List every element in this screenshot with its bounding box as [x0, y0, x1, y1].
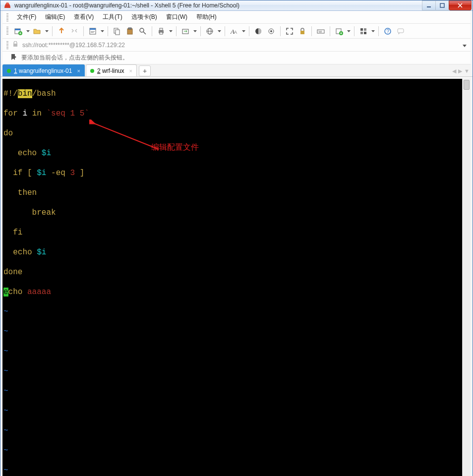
terminal-container: #!/bin/bash for i in `seq 1 5` do echo $…: [0, 77, 473, 476]
open-folder-icon[interactable]: [31, 25, 43, 37]
print-icon[interactable]: [155, 25, 167, 37]
minimize-button[interactable]: [422, 0, 436, 10]
new-tab-icon[interactable]: [333, 25, 345, 37]
grip-icon: [6, 41, 8, 49]
copy-icon[interactable]: [111, 25, 123, 37]
tab-list-icon[interactable]: ▼: [464, 68, 470, 74]
paste-icon[interactable]: [124, 25, 136, 37]
menu-tools[interactable]: 工具(T): [99, 11, 125, 23]
dropdown-icon[interactable]: [241, 30, 246, 32]
feedback-icon[interactable]: [395, 25, 407, 37]
address-text[interactable]: ssh://root:*********@192.168.57.129:22: [22, 42, 459, 49]
dropdown-icon[interactable]: [44, 30, 49, 32]
svg-rect-41: [398, 29, 404, 33]
menu-edit[interactable]: 编辑(E): [42, 11, 68, 23]
transfer-icon[interactable]: [179, 25, 191, 37]
menu-window[interactable]: 窗口(W): [163, 11, 191, 23]
window-title: wangruifenglinux-01 - root@wangruifeng-0…: [14, 2, 422, 9]
disconnect-icon[interactable]: [68, 25, 80, 37]
svg-rect-9: [91, 32, 94, 33]
keyboard-icon[interactable]: [315, 25, 327, 37]
svg-rect-32: [319, 32, 322, 32]
toolbar: AA ?: [2, 24, 471, 39]
highlight-icon[interactable]: [265, 25, 277, 37]
prev-tab-icon[interactable]: ◀: [452, 68, 456, 74]
terminal-scrollbar[interactable]: [462, 79, 471, 476]
titlebar: wangruifenglinux-01 - root@wangruifeng-0…: [0, 0, 473, 11]
dropdown-icon[interactable]: [25, 30, 30, 32]
tab-label: 2 wrf-linux: [97, 67, 124, 74]
add-tab-button[interactable]: +: [139, 65, 151, 76]
menubar: 文件(F) 编辑(E) 查看(V) 工具(T) 选项卡(B) 窗口(W) 帮助(…: [2, 11, 471, 24]
dropdown-icon[interactable]: [346, 30, 351, 32]
svg-rect-28: [318, 31, 319, 31]
svg-rect-36: [364, 28, 366, 31]
close-icon[interactable]: ×: [129, 68, 132, 74]
scroll-thumb[interactable]: [464, 80, 470, 90]
hint-text: 要添加当前会话，点击左侧的箭头按钮。: [21, 54, 128, 62]
properties-icon[interactable]: [87, 25, 99, 37]
font-icon[interactable]: AA: [228, 25, 240, 37]
svg-rect-27: [317, 30, 324, 33]
dropdown-icon[interactable]: [370, 30, 375, 32]
grip-icon: [6, 13, 8, 21]
menu-tabs[interactable]: 选项卡(B): [128, 11, 161, 23]
dropdown-icon[interactable]: [463, 42, 467, 49]
svg-rect-2: [440, 3, 444, 7]
bookmark-arrow-icon[interactable]: [10, 54, 17, 62]
svg-text:A: A: [234, 30, 237, 35]
svg-rect-7: [90, 28, 96, 30]
svg-rect-17: [160, 32, 163, 34]
lock-small-icon: [12, 41, 18, 49]
app-icon: [3, 1, 11, 9]
close-icon[interactable]: ×: [77, 68, 80, 74]
fullscreen-icon[interactable]: [284, 25, 296, 37]
svg-rect-1: [427, 6, 431, 7]
new-session-icon[interactable]: [12, 25, 24, 37]
status-dot-icon: [90, 69, 94, 73]
close-button[interactable]: [449, 0, 472, 10]
svg-rect-35: [360, 28, 363, 31]
lock-icon[interactable]: [296, 25, 308, 37]
reconnect-icon[interactable]: [56, 25, 67, 37]
dropdown-icon[interactable]: [217, 30, 222, 32]
svg-point-14: [140, 28, 144, 32]
app-window: wangruifenglinux-01 - root@wangruifeng-0…: [0, 0, 473, 476]
svg-rect-12: [127, 29, 132, 34]
svg-rect-26: [300, 31, 304, 34]
svg-point-0: [6, 2, 9, 4]
svg-rect-16: [160, 28, 163, 30]
session-tab-1[interactable]: 1 wangruifenglinux-01 ×: [2, 64, 85, 76]
globe-icon[interactable]: [204, 25, 216, 37]
menu-file[interactable]: 文件(F): [13, 11, 40, 23]
svg-text:?: ?: [387, 29, 390, 34]
svg-rect-38: [364, 32, 366, 34]
terminal[interactable]: #!/bin/bash for i in `seq 1 5` do echo $…: [2, 79, 462, 476]
dropdown-icon[interactable]: [168, 30, 173, 32]
tab-nav: ◀ ▶ ▼: [452, 68, 470, 74]
menu-view[interactable]: 查看(V): [70, 11, 97, 23]
tile-icon[interactable]: [357, 25, 369, 37]
svg-rect-29: [319, 31, 320, 31]
svg-rect-37: [360, 32, 363, 34]
svg-rect-42: [13, 44, 17, 47]
maximize-button[interactable]: [435, 0, 449, 10]
svg-point-25: [270, 30, 272, 32]
menu-help[interactable]: 帮助(H): [193, 11, 220, 23]
dropdown-icon[interactable]: [100, 30, 105, 32]
color-scheme-icon[interactable]: [252, 25, 264, 37]
session-tabbar: 1 wangruifenglinux-01 × 2 wrf-linux × + …: [0, 64, 473, 77]
svg-rect-8: [91, 31, 95, 32]
next-tab-icon[interactable]: ▶: [458, 68, 462, 74]
svg-rect-13: [128, 28, 131, 29]
svg-rect-4: [15, 29, 20, 30]
grip-icon: [6, 27, 8, 36]
status-dot-icon: [7, 69, 11, 73]
session-tab-2[interactable]: 2 wrf-linux ×: [86, 64, 137, 76]
tab-label: 1 wangruifenglinux-01: [14, 67, 72, 74]
help-icon[interactable]: ?: [382, 25, 394, 37]
hint-bar: 要添加当前会话，点击左侧的箭头按钮。: [2, 52, 471, 64]
find-icon[interactable]: [137, 25, 149, 37]
svg-rect-31: [321, 31, 322, 31]
dropdown-icon[interactable]: [192, 30, 197, 32]
